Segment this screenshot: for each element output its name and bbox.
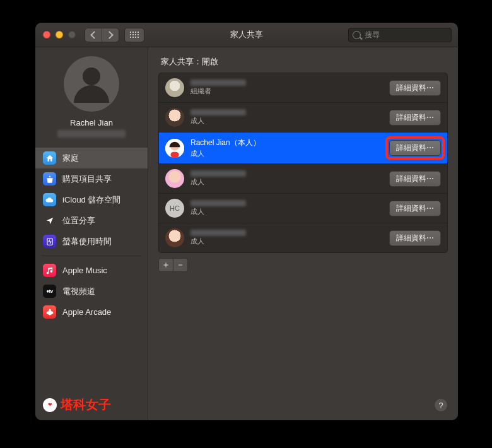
nav-buttons — [85, 28, 119, 42]
member-role: 成人 — [190, 177, 383, 187]
member-text: 成人 — [190, 109, 383, 126]
detail-button[interactable]: 詳細資料⋯ — [389, 80, 441, 96]
sidebar-item-arcade[interactable]: Apple Arcade — [35, 302, 148, 322]
member-avatar — [165, 108, 184, 127]
member-text: 成人 — [190, 170, 383, 187]
watermark-icon: ❤ — [43, 398, 57, 412]
watermark: ❤ 塔科女子 — [35, 390, 148, 420]
member-name — [190, 80, 383, 86]
maximize-button[interactable] — [68, 31, 76, 38]
location-icon — [43, 214, 56, 227]
sidebar-item-home[interactable]: 家庭 — [35, 148, 148, 168]
member-row[interactable]: 組織者詳細資料⋯ — [159, 73, 447, 103]
sidebar-item-label: 位置分享 — [62, 215, 95, 227]
back-button[interactable] — [85, 28, 102, 42]
music-icon — [43, 264, 56, 277]
time-icon — [43, 235, 56, 248]
member-role: 成人 — [190, 116, 383, 126]
member-avatar — [165, 228, 184, 247]
silhouette-icon — [73, 65, 110, 103]
detail-button[interactable]: 詳細資料⋯ — [389, 171, 441, 187]
sidebar-item-location[interactable]: 位置分享 — [35, 210, 148, 231]
add-member-button[interactable]: ＋ — [158, 258, 173, 272]
svg-rect-3 — [170, 151, 179, 157]
remove-member-button[interactable]: － — [173, 258, 188, 272]
sidebar-item-time[interactable]: 螢幕使用時間 — [35, 231, 148, 252]
member-text: 成人 — [190, 230, 383, 246]
profile-name: Rachel Jian — [70, 118, 113, 127]
profile-avatar — [64, 56, 119, 112]
sidebar-list: 家庭購買項目共享iCloud 儲存空間位置分享螢幕使用時間Apple Music… — [35, 148, 148, 322]
member-name — [190, 170, 383, 177]
tv-icon: ●tv — [43, 285, 56, 298]
member-name — [190, 230, 383, 236]
sidebar: Rachel Jian 家庭購買項目共享iCloud 儲存空間位置分享螢幕使用時… — [35, 47, 148, 420]
member-avatar — [165, 169, 184, 188]
member-row[interactable]: 成人詳細資料⋯ — [159, 223, 447, 252]
member-avatar — [165, 78, 184, 97]
list-controls: ＋ － — [158, 258, 448, 272]
sidebar-item-label: iCloud 儲存空間 — [62, 194, 120, 206]
member-role: 組織者 — [190, 86, 383, 96]
member-text: Rachel Jian（本人）成人 — [190, 138, 383, 158]
sidebar-separator — [42, 256, 141, 256]
member-row[interactable]: HC成人詳細資料⋯ — [159, 194, 447, 223]
sidebar-item-label: Apple Music — [62, 266, 107, 275]
member-name: Rachel Jian（本人） — [190, 138, 383, 148]
preferences-window: 家人共享 搜尋 Rachel Jian 家庭購買項目共享iCloud 儲存空間位… — [35, 23, 458, 420]
traffic-lights — [35, 31, 76, 38]
sidebar-item-label: 螢幕使用時間 — [62, 236, 112, 247]
sidebar-item-label: Apple Arcade — [62, 307, 111, 317]
member-text: 成人 — [190, 200, 383, 216]
member-role: 成人 — [190, 237, 383, 246]
chevron-left-icon — [90, 31, 98, 39]
member-text: 組織者 — [190, 80, 383, 96]
sidebar-item-tv[interactable]: ●tv電視頻道 — [35, 281, 148, 302]
chevron-right-icon — [105, 31, 114, 39]
search-placeholder: 搜尋 — [365, 30, 380, 40]
grid-icon — [130, 32, 139, 38]
show-all-button[interactable] — [124, 28, 144, 42]
member-avatar: HC — [165, 199, 184, 218]
cloud-icon — [43, 193, 56, 206]
titlebar: 家人共享 搜尋 — [35, 23, 458, 47]
main-heading: 家人共享：開啟 — [161, 56, 445, 68]
detail-button[interactable]: 詳細資料⋯ — [389, 140, 441, 156]
app-icon — [43, 172, 56, 186]
search-icon — [353, 31, 361, 39]
profile: Rachel Jian — [35, 54, 148, 144]
sidebar-item-music[interactable]: Apple Music — [35, 260, 148, 281]
detail-button[interactable]: 詳細資料⋯ — [389, 110, 441, 126]
profile-subtitle-redacted — [57, 130, 126, 138]
arcade-icon — [43, 305, 56, 319]
sidebar-item-label: 購買項目共享 — [62, 174, 112, 185]
sidebar-item-label: 電視頻道 — [62, 286, 95, 297]
detail-button[interactable]: 詳細資料⋯ — [389, 230, 441, 246]
member-row[interactable]: 成人詳細資料⋯ — [159, 164, 447, 194]
member-row[interactable]: Rachel Jian（本人）成人詳細資料⋯ — [159, 133, 447, 164]
member-role: 成人 — [190, 149, 383, 158]
member-role: 成人 — [190, 207, 383, 216]
sidebar-item-cloud[interactable]: iCloud 儲存空間 — [35, 189, 148, 210]
member-row[interactable]: 成人詳細資料⋯ — [159, 103, 447, 133]
close-button[interactable] — [43, 31, 50, 38]
search-input[interactable]: 搜尋 — [348, 28, 452, 42]
member-name — [190, 200, 383, 206]
member-avatar — [165, 139, 184, 158]
help-button[interactable]: ? — [434, 398, 448, 412]
forward-button[interactable] — [102, 28, 119, 42]
sidebar-item-label: 家庭 — [62, 153, 79, 164]
minimize-button[interactable] — [56, 31, 63, 38]
main-panel: 家人共享：開啟 組織者詳細資料⋯成人詳細資料⋯Rachel Jian（本人）成人… — [148, 47, 458, 420]
home-icon — [43, 151, 56, 165]
watermark-text: 塔科女子 — [61, 396, 111, 413]
member-list: 組織者詳細資料⋯成人詳細資料⋯Rachel Jian（本人）成人詳細資料⋯成人詳… — [158, 73, 448, 253]
sidebar-item-app[interactable]: 購買項目共享 — [35, 168, 148, 189]
detail-button[interactable]: 詳細資料⋯ — [389, 201, 441, 216]
member-name — [190, 109, 383, 115]
